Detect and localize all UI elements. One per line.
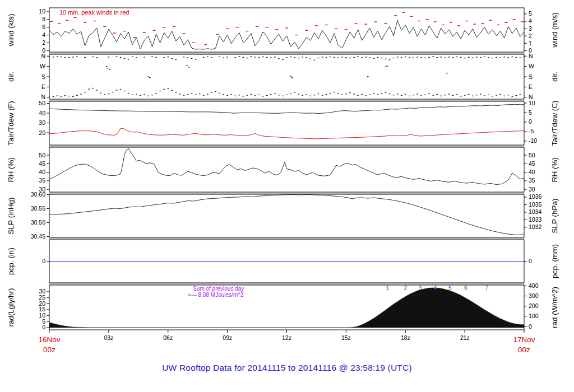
wind-direction-low-band-dot	[183, 95, 185, 95]
wind-direction-low-band-dot	[132, 95, 133, 95]
wind-direction-low-band-dot	[239, 95, 240, 95]
wind-direction-high-band-dot	[203, 57, 205, 58]
panel-dir: NWSENNWSENdir.dir.	[7, 53, 559, 100]
wind-direction-high-band-dot	[484, 57, 485, 57]
wind-direction-high-band-dot	[116, 56, 118, 57]
uw-rooftop-meteogram-page: 0246810012345wind (kts)wind (m/s)10 min.…	[0, 0, 574, 392]
wind-direction-low-band-dot	[416, 94, 418, 94]
wind-direction-high-band-dot	[496, 57, 497, 58]
wind-direction-high-band-dot	[330, 57, 331, 57]
wind-direction-high-band-dot	[349, 58, 351, 58]
y-tick-label-right: 1034	[529, 208, 542, 215]
y-tick-label-right: 400	[529, 282, 539, 289]
wind-direction-low-band-dot	[496, 95, 497, 95]
wind-direction-high-band-dot	[361, 57, 363, 58]
wind-direction-low-band-dot	[163, 89, 165, 90]
wind-direction-low-band-dot	[262, 96, 264, 96]
wind-direction-high-band-dot	[258, 57, 260, 58]
wind-direction-low-band-dot	[361, 94, 363, 95]
wind-direction-high-band-dot	[524, 57, 525, 57]
wind-direction-low-band-dot	[108, 94, 110, 94]
wind-direction-low-band-dot	[381, 94, 383, 94]
wind-direction-high-band-dot	[151, 56, 153, 57]
wind-direction-low-band-dot	[464, 95, 466, 95]
panel-rad: 0510152025300100200300400rad(Lgly/hr)rad…	[7, 282, 559, 330]
x-end-date: 17Nov	[513, 335, 535, 344]
wind-direction-high-band-dot	[385, 59, 387, 59]
wind-direction-low-band-dot	[524, 96, 525, 96]
panel-temp-box	[49, 101, 524, 145]
wind-direction-low-band-dot	[377, 94, 379, 95]
wind-direction-high-band-dot	[302, 57, 303, 57]
y-tick-label-right: 1035	[529, 201, 542, 208]
y-tick-label-left: 4	[42, 31, 45, 38]
wind-direction-low-band-dot	[516, 95, 517, 96]
y-tick-label-right: W	[529, 63, 534, 69]
axis-title-left-rad: rad(Lgly/hr)	[7, 288, 15, 326]
wind-direction-low-band-dot	[341, 95, 343, 95]
wind-direction-high-band-dot	[183, 57, 185, 57]
y-tick-label-left: 20	[39, 300, 45, 307]
wind-direction-low-band-dot	[274, 94, 276, 94]
wind-direction-low-band-dot	[436, 94, 438, 95]
y-tick-label-right: 10	[529, 100, 535, 106]
wind-direction-high-band-dot	[397, 57, 399, 57]
wind-direction-high-band-dot	[108, 57, 110, 57]
wind-direction-high-band-dot	[464, 58, 466, 58]
wind-direction-outliers-dot	[107, 68, 109, 68]
y-tick-label-left: 8	[42, 16, 45, 22]
wind-direction-low-band-dot	[226, 95, 228, 96]
wind-direction-high-band-dot	[445, 58, 446, 58]
wind-direction-low-band-dot	[440, 96, 442, 96]
wind-direction-low-band-dot	[499, 94, 501, 95]
wind-direction-low-band-dot	[476, 95, 478, 95]
axis-title-right-temp: Tair/Tdew (C)	[550, 100, 559, 146]
wind-direction-low-band-dot	[349, 92, 351, 93]
wind-direction-high-band-dot	[432, 56, 434, 57]
wind-direction-outliers-dot	[367, 76, 369, 77]
peak-wind-note: 10 min. peak winds in red	[59, 9, 129, 16]
wind-direction-high-band-dot	[460, 57, 462, 58]
wind-direction-high-band-dot	[136, 57, 137, 58]
x-tick-label: 06z	[163, 334, 173, 341]
wind-direction-high-band-dot	[516, 57, 517, 58]
wind-direction-low-band-dot	[365, 95, 367, 96]
hour-mark-5: 5	[448, 285, 452, 291]
wind-direction-low-band-dot	[234, 96, 236, 96]
wind-direction-low-band-dot	[191, 93, 193, 94]
wind-direction-low-band-dot	[247, 95, 248, 95]
wind-direction-low-band-dot	[345, 94, 347, 94]
wind-direction-low-band-dot	[278, 95, 280, 95]
wind-direction-high-band-dot	[353, 57, 355, 58]
wind-direction-low-band-dot	[100, 92, 101, 93]
wind-direction-low-band-dot	[290, 94, 291, 94]
wind-direction-low-band-dot	[337, 94, 339, 94]
wind-direction-low-band-dot	[140, 95, 141, 96]
wind-direction-high-band-dot	[84, 57, 86, 58]
wind-direction-low-band-dot	[373, 93, 374, 94]
wind-direction-high-band-dot	[191, 58, 193, 59]
wind-direction-low-band-dot	[199, 94, 201, 94]
wind-direction-low-band-dot	[215, 91, 216, 92]
wind-direction-high-band-dot	[428, 57, 430, 58]
y-tick-label-right: N	[529, 53, 533, 59]
y-tick-label-left: 30.45	[31, 233, 45, 240]
y-tick-label-right: 35	[529, 177, 535, 184]
panel-rh-box	[49, 147, 524, 192]
wind-direction-low-band-dot	[167, 88, 169, 89]
y-tick-label-left: 5	[42, 318, 45, 325]
y-tick-label-left: 6	[42, 24, 45, 30]
wind-direction-low-band-dot	[357, 95, 359, 95]
wind-direction-high-band-dot	[167, 57, 169, 57]
wind-direction-low-band-dot	[298, 94, 299, 94]
hour-mark-3: 3	[419, 285, 422, 291]
wind-direction-high-band-dot	[144, 57, 145, 57]
panel-pcp: 00pcp. (in)pcp. (mm)	[7, 240, 559, 283]
wind-direction-outliers-dot	[446, 73, 448, 73]
wind-direction-high-band-dot	[409, 57, 410, 58]
y-tick-label-right: 5	[529, 10, 532, 17]
y-tick-label-left: 30	[39, 119, 45, 126]
y-tick-label-left: 50	[39, 152, 45, 158]
y-tick-label-right: 300	[529, 292, 539, 299]
wind-direction-high-band-dot	[322, 57, 323, 57]
